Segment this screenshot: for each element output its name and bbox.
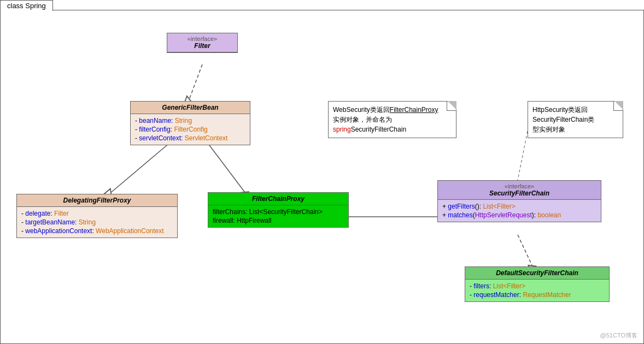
dfp-attr-1: - targetBeanName: String — [21, 218, 173, 227]
attr-0: - beanName: String — [135, 116, 245, 125]
sfc-attr-1: + matches(HttpServletRequest): boolean — [442, 211, 596, 220]
security-filter-chain-box: «interface» SecurityFilterChain + getFil… — [437, 180, 601, 222]
filter-chain-proxy-header: FilterChainProxy — [208, 193, 348, 205]
filter-name: Filter — [172, 42, 233, 50]
note1-text: WebSecurity类返回FilterChainProxy实例对象，并命名为s… — [333, 106, 438, 133]
default-security-filter-chain-box: DefaultSecurityFilterChain - filters: Li… — [465, 266, 610, 302]
dfp-attr-0: - delegate: Filter — [21, 209, 173, 218]
generic-filter-bean-header: GenericFilterBean — [131, 102, 250, 114]
security-filter-chain-body: + getFilters(): List<Filter> + matches(H… — [438, 200, 601, 222]
dsfc-header: DefaultSecurityFilterChain — [465, 267, 609, 280]
filter-stereotype: «interface» — [172, 35, 233, 42]
sfc-name: SecurityFilterChain — [442, 189, 596, 197]
generic-filter-bean-body: - beanName: String - filterConfig: Filte… — [131, 114, 250, 145]
generic-filter-bean-name: GenericFilterBean — [162, 104, 218, 111]
filter-interface-header: «interface» Filter — [167, 33, 237, 52]
delegating-filter-proxy-box: DelegatingFilterProxy - delegate: Filter… — [16, 194, 178, 238]
dsfc-name: DefaultSecurityFilterChain — [496, 269, 578, 277]
note1-box: WebSecurity类返回FilterChainProxy实例对象，并命名为s… — [328, 101, 456, 138]
dsfc-body: - filters: List<Filter> - requestMatcher… — [465, 280, 609, 301]
attr-2: - servletContext: ServletContext — [135, 134, 245, 143]
tab-label: class Spring — [0, 0, 53, 11]
filter-interface-box: «interface» Filter — [167, 33, 238, 53]
security-filter-chain-header: «interface» SecurityFilterChain — [438, 181, 601, 200]
attr-1: - filterConfig: FilterConfig — [135, 125, 245, 134]
note2-box: HttpSecurity类返回SecurityFilterChain类型实例对象 — [528, 101, 623, 138]
fcp-attr-0: filterChains: List<SecurityFilterChain> — [213, 207, 344, 216]
delegating-filter-proxy-header: DelegatingFilterProxy — [17, 194, 177, 207]
sfc-attr-0: + getFilters(): List<Filter> — [442, 202, 596, 211]
note2-text: HttpSecurity类返回SecurityFilterChain类型实例对象 — [532, 106, 594, 133]
delegating-filter-proxy-name: DelegatingFilterProxy — [63, 197, 131, 204]
generic-filter-bean-box: GenericFilterBean - beanName: String - f… — [130, 101, 250, 145]
filter-chain-proxy-name: FilterChainProxy — [252, 195, 305, 203]
fcp-attr-1: firewall: HttpFirewall — [213, 216, 344, 225]
sfc-stereotype: «interface» — [442, 183, 596, 189]
filter-chain-proxy-box: FilterChainProxy filterChains: List<Secu… — [208, 192, 349, 228]
watermark: @51CTO博客 — [600, 331, 637, 340]
dfp-attr-2: - webApplicationContext: WebApplicationC… — [21, 227, 173, 235]
dsfc-attr-1: - requestMatcher: RequestMatcher — [470, 290, 605, 299]
filter-chain-proxy-body: filterChains: List<SecurityFilterChain> … — [208, 205, 348, 227]
dsfc-attr-0: - filters: List<Filter> — [470, 282, 605, 290]
delegating-filter-proxy-body: - delegate: Filter - targetBeanName: Str… — [17, 207, 177, 238]
